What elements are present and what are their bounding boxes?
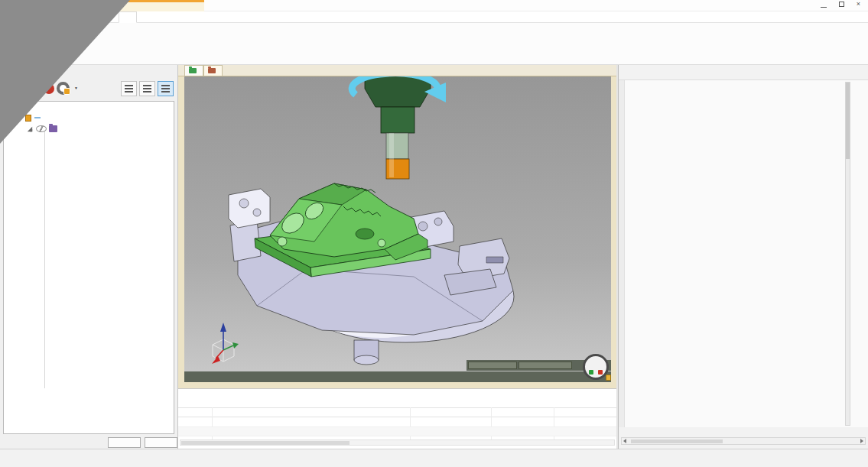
scrollbar-thumb[interactable]	[181, 441, 349, 445]
document-tabs	[178, 65, 616, 76]
list-icon	[143, 85, 151, 93]
simulation-clock-icon[interactable]	[583, 354, 609, 380]
tab-program[interactable]	[119, 11, 137, 23]
list-icon	[161, 85, 170, 93]
tool-holder	[381, 107, 414, 133]
application-window: × ▼	[0, 0, 868, 467]
tab-display[interactable]	[154, 11, 171, 23]
group-folder-icon	[49, 125, 57, 132]
cancel-button[interactable]	[145, 437, 177, 448]
view-mode-2-button[interactable]	[139, 81, 155, 96]
process-errors-panel	[178, 388, 616, 449]
close-icon[interactable]: ×	[857, 1, 860, 8]
ribbon-tabs-row	[0, 11, 868, 23]
horizontal-scrollbar[interactable]	[180, 439, 615, 446]
program-icon	[25, 115, 31, 122]
part-hole	[378, 239, 385, 247]
operations-tree	[3, 101, 174, 434]
process-edit-panel: ▼	[0, 65, 178, 449]
clamp-screw	[253, 209, 261, 216]
folder-icon	[189, 68, 197, 73]
apply-button[interactable]	[108, 437, 141, 448]
replay-options-icon[interactable]	[57, 82, 70, 95]
table-stub-base	[354, 355, 379, 365]
clamp-screw	[434, 218, 442, 225]
cumulated-time-value	[519, 362, 572, 369]
simulation-viewport[interactable]	[184, 76, 611, 382]
part-pocket	[356, 229, 374, 239]
program-panel	[618, 65, 868, 449]
list-icon	[125, 85, 133, 93]
tool-highlight	[389, 133, 394, 177]
spindle-cap	[365, 76, 431, 107]
tree-view-mode-buttons	[121, 81, 174, 96]
nc-status-bar	[184, 371, 611, 382]
process-errors-header	[178, 407, 616, 417]
horizontal-scrollbar[interactable]	[621, 437, 866, 445]
tree-selected-program[interactable]	[4, 112, 174, 123]
context-tab-header	[120, 0, 204, 11]
program-tree	[626, 83, 844, 427]
scroll-left-icon[interactable]	[623, 439, 626, 443]
ribbon	[0, 23, 868, 65]
tree-operation-group[interactable]	[4, 124, 174, 135]
restore-icon[interactable]	[839, 2, 844, 7]
cumulated-time-label	[468, 362, 517, 369]
clamp-screw	[239, 199, 249, 208]
view-mode-3-button[interactable]	[158, 81, 174, 96]
status-bar	[0, 449, 868, 467]
chevron-down-icon[interactable]: ▼	[74, 86, 78, 90]
scroll-right-icon[interactable]	[860, 439, 863, 443]
view-mode-1-button[interactable]	[121, 81, 137, 96]
folder-icon	[208, 68, 216, 73]
minimize-icon[interactable]	[821, 2, 827, 8]
machining-scene	[184, 76, 611, 382]
document-tab-project[interactable]	[184, 65, 203, 76]
window-controls: ×	[821, 1, 860, 8]
visibility-icon[interactable]	[36, 125, 47, 132]
empty-error-row	[178, 427, 616, 436]
scrollbar-thumb[interactable]	[631, 439, 723, 443]
part-hole	[278, 237, 287, 246]
expander-icon[interactable]	[28, 127, 32, 131]
empty-error-row	[178, 418, 616, 427]
fixture-slot	[486, 257, 503, 263]
clamp-screw	[418, 222, 427, 231]
clamp-left	[229, 189, 270, 228]
program-margin-strip	[619, 80, 625, 427]
lock-icon	[606, 375, 611, 381]
document-tab-process-edit[interactable]	[203, 65, 223, 76]
scrollbar-thumb[interactable]	[846, 83, 850, 159]
program-panel-content	[619, 79, 868, 427]
vertical-scrollbar[interactable]	[845, 82, 850, 426]
tab-measurements[interactable]	[137, 11, 154, 23]
selected-program-label	[34, 117, 41, 118]
